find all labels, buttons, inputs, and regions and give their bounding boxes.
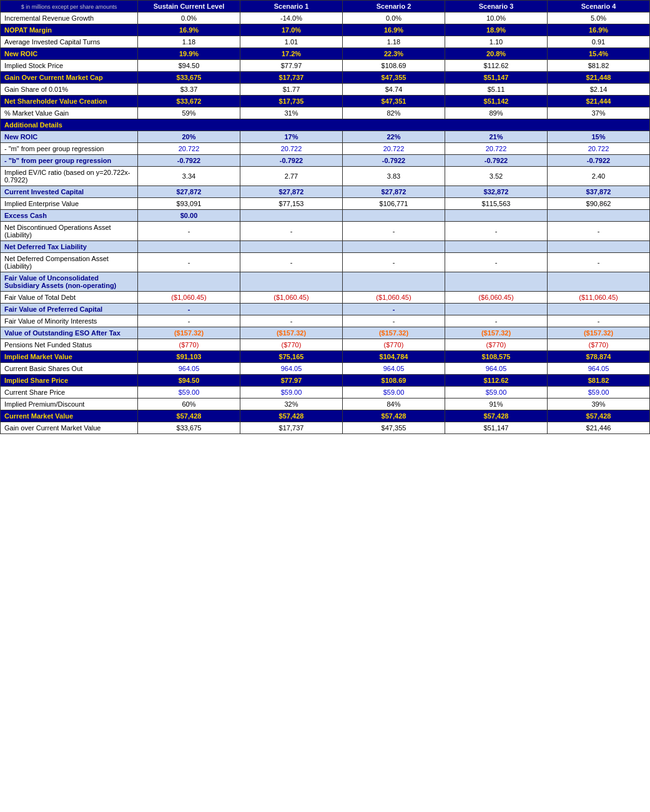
table-row: Implied Market Value$91,103$75,165$104,7… <box>1 351 650 363</box>
row-value-cell: -0.7922 <box>445 155 548 167</box>
row-value-cell <box>343 241 445 253</box>
row-value-cell: ($157.32) <box>343 327 445 339</box>
row-label: Gain over Current Market Value <box>1 422 138 434</box>
row-value-cell: 2.40 <box>548 167 650 186</box>
row-value-cell: 15.4% <box>548 48 650 60</box>
row-value-cell: $91,103 <box>138 351 240 363</box>
row-label: Implied Premium/Discount <box>1 399 138 410</box>
row-value-cell: 17.0% <box>240 24 343 36</box>
row-value-cell <box>445 304 548 315</box>
row-value-cell: $59.00 <box>138 387 240 399</box>
table-row: Value of Outstanding ESO After Tax($157.… <box>1 327 650 339</box>
row-value-cell <box>445 272 548 292</box>
table-row: Implied Stock Price$94.50$77.97$108.69$1… <box>1 60 650 72</box>
row-value-cell <box>548 304 650 315</box>
row-value-cell: 15% <box>548 131 650 143</box>
table-row: Pensions Net Funded Status($770)($770)($… <box>1 339 650 351</box>
row-value-cell: $47,351 <box>343 96 445 107</box>
table-row: Average Invested Capital Turns1.181.011.… <box>1 36 650 48</box>
table-row: Fair Value of Total Debt($1,060.45)($1,0… <box>1 292 650 304</box>
table-row: NOPAT Margin16.9%17.0%16.9%18.9%16.9% <box>1 24 650 36</box>
row-value-cell: 3.52 <box>445 167 548 186</box>
row-label: - "b" from peer group regression <box>1 155 138 167</box>
row-value-cell <box>343 210 445 222</box>
row-value-cell <box>548 272 650 292</box>
header-subtitle: $ in millions except per share amounts <box>21 4 117 10</box>
row-value-cell: - <box>343 304 445 315</box>
row-value-cell: 22% <box>343 131 445 143</box>
row-label: Current Market Value <box>1 410 138 422</box>
table-row: % Market Value Gain59%31%82%89%37% <box>1 107 650 119</box>
row-value-cell: ($1,060.45) <box>240 292 343 304</box>
table-row: New ROIC19.9%17.2%22.3%20.8%15.4% <box>1 48 650 60</box>
table-row: Current Basic Shares Out964.05964.05964.… <box>1 363 650 375</box>
row-value-cell: -14.0% <box>240 12 343 24</box>
table-row: Implied Share Price$94.50$77.97$108.69$1… <box>1 375 650 387</box>
row-value-cell: 32% <box>240 399 343 410</box>
table-row: Net Discontinued Operations Asset (Liabi… <box>1 222 650 241</box>
row-value-cell: - <box>240 315 343 327</box>
table-row: Gain Share of 0.01%$3.37$1.77$4.74$5.11$… <box>1 84 650 96</box>
row-label: % Market Value Gain <box>1 107 138 119</box>
row-label: Net Deferred Tax Liability <box>1 241 138 253</box>
row-value-cell: 82% <box>343 107 445 119</box>
row-value-cell: ($6,060.45) <box>445 292 548 304</box>
row-value-cell: 964.05 <box>343 363 445 375</box>
row-value-cell: 17% <box>240 131 343 143</box>
row-value-cell: - <box>138 222 240 241</box>
row-label: Current Basic Shares Out <box>1 363 138 375</box>
row-value-cell: $106,771 <box>343 198 445 210</box>
row-value-cell: $104,784 <box>343 351 445 363</box>
row-label: Gain Share of 0.01% <box>1 84 138 96</box>
row-value-cell: $94.50 <box>138 375 240 387</box>
row-label: Excess Cash <box>1 210 138 222</box>
row-value-cell: $112.62 <box>445 60 548 72</box>
row-value-cell: - <box>138 253 240 272</box>
table-row: Fair Value of Preferred Capital-- <box>1 304 650 315</box>
col-header-scenario2: Scenario 2 <box>343 1 445 12</box>
row-value-cell: $108.69 <box>343 375 445 387</box>
row-value-cell: $75,165 <box>240 351 343 363</box>
table-row: - "m" from peer group regression20.72220… <box>1 143 650 155</box>
row-value-cell: - <box>343 315 445 327</box>
row-value-cell: 20.8% <box>445 48 548 60</box>
row-value-cell: $33,675 <box>138 72 240 84</box>
table-row: Net Shareholder Value Creation$33,672$17… <box>1 96 650 107</box>
row-value-cell <box>138 241 240 253</box>
row-value-cell: - <box>343 253 445 272</box>
row-value-cell: ($157.32) <box>548 327 650 339</box>
row-value-cell: -0.7922 <box>343 155 445 167</box>
row-value-cell: 1.10 <box>445 36 548 48</box>
row-label: Implied Market Value <box>1 351 138 363</box>
row-value-cell: $115,563 <box>445 198 548 210</box>
row-value-cell: 16.9% <box>343 24 445 36</box>
table-row: - "b" from peer group regression-0.7922-… <box>1 155 650 167</box>
row-value-cell: 3.83 <box>343 167 445 186</box>
row-value-cell <box>240 241 343 253</box>
table-row: New ROIC20%17%22%21%15% <box>1 131 650 143</box>
row-value-cell: 19.9% <box>138 48 240 60</box>
row-value-cell: 21% <box>445 131 548 143</box>
row-value-cell <box>240 304 343 315</box>
row-value-cell: $1.77 <box>240 84 343 96</box>
row-value-cell: - <box>548 253 650 272</box>
table-row: Current Invested Capital$27,872$27,872$2… <box>1 186 650 198</box>
row-value-cell: $27,872 <box>343 186 445 198</box>
row-label: Current Share Price <box>1 387 138 399</box>
row-value-cell: ($770) <box>138 339 240 351</box>
row-value-cell: $94.50 <box>138 60 240 72</box>
row-value-cell: 59% <box>138 107 240 119</box>
row-label: Pensions Net Funded Status <box>1 339 138 351</box>
row-label: Fair Value of Preferred Capital <box>1 304 138 315</box>
financial-table: $ in millions except per share amounts S… <box>0 0 650 434</box>
row-value-cell: 1.18 <box>138 36 240 48</box>
row-value-cell: 20.722 <box>343 143 445 155</box>
table-row: Implied EV/IC ratio (based on y=20.722x-… <box>1 167 650 186</box>
row-label: Fair Value of Minority Interests <box>1 315 138 327</box>
table-row: Gain Over Current Market Cap$33,675$17,7… <box>1 72 650 84</box>
row-value-cell: 5.0% <box>548 12 650 24</box>
row-value-cell: $47,355 <box>343 72 445 84</box>
row-value-cell: ($1,060.45) <box>343 292 445 304</box>
section-header-cell: Additional Details <box>1 119 650 131</box>
row-value-cell: $57,428 <box>445 410 548 422</box>
